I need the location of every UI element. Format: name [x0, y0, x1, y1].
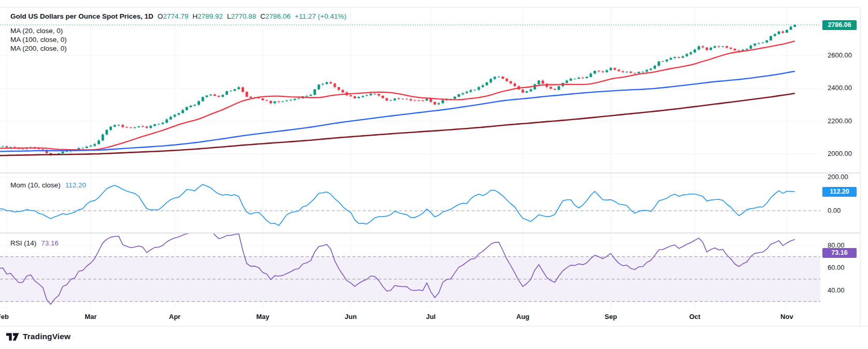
close-label: C: [260, 12, 265, 20]
time-label-jun: Jun: [345, 313, 357, 321]
close-value: 2786.06: [265, 12, 291, 20]
time-label-sep: Sep: [605, 313, 617, 321]
chart-widget: { "header": { "title": "Gold US Dollars …: [0, 0, 868, 349]
legend-ma-100[interactable]: MA (100, close, 0): [10, 36, 67, 43]
time-label-may: May: [256, 313, 269, 321]
legend-ma-200[interactable]: MA (200, close, 0): [10, 45, 67, 52]
momentum-badge: 112.20: [822, 187, 857, 197]
change-value: +11.27 (+0.41%): [295, 12, 347, 20]
open-label: O: [158, 12, 163, 20]
rsi-label: RSI (14): [10, 239, 36, 247]
ma-200-line[interactable]: [0, 93, 795, 155]
tradingview-logo-text: TradingView: [23, 332, 70, 341]
candles-layer[interactable]: [0, 24, 796, 156]
momentum-label: Mom (10, close): [10, 181, 61, 189]
legend-ma-20[interactable]: MA (20, close, 0): [10, 27, 63, 35]
legend-rsi[interactable]: RSI (14)73.16: [10, 239, 59, 247]
time-label-nov: Nov: [780, 313, 793, 321]
ma-100-line[interactable]: [0, 71, 795, 152]
momentum-value: 112.20: [65, 181, 86, 189]
time-axis[interactable]: FebMarAprMayJunJulAugSepOctNov: [0, 309, 868, 326]
momentum-line[interactable]: [0, 184, 795, 225]
rsi-value: 73.16: [41, 239, 59, 247]
time-label-jul: Jul: [426, 313, 436, 321]
tradingview-logo[interactable]: TradingView: [6, 332, 70, 341]
time-label-feb: Feb: [0, 313, 9, 321]
legend-momentum[interactable]: Mom (10, close)112.20: [10, 181, 86, 189]
time-label-apr: Apr: [169, 313, 180, 321]
high-label: H: [192, 12, 197, 20]
symbol-legend[interactable]: Gold US Dollars per Ounce Spot Prices, 1…: [10, 12, 346, 21]
price-chart[interactable]: [0, 0, 868, 349]
rsi-badge: 73.16: [822, 248, 857, 258]
low-value: 2770.88: [231, 12, 256, 20]
time-label-mar: Mar: [85, 313, 97, 321]
time-label-aug: Aug: [516, 313, 529, 321]
open-value: 2774.79: [163, 12, 189, 20]
high-value: 2789.92: [197, 12, 223, 20]
time-label-oct: Oct: [689, 313, 701, 321]
last-price-badge: 2786.06: [822, 20, 857, 30]
tradingview-logo-icon: [6, 332, 19, 341]
symbol-title: Gold US Dollars per Ounce Spot Prices, 1…: [10, 12, 153, 20]
